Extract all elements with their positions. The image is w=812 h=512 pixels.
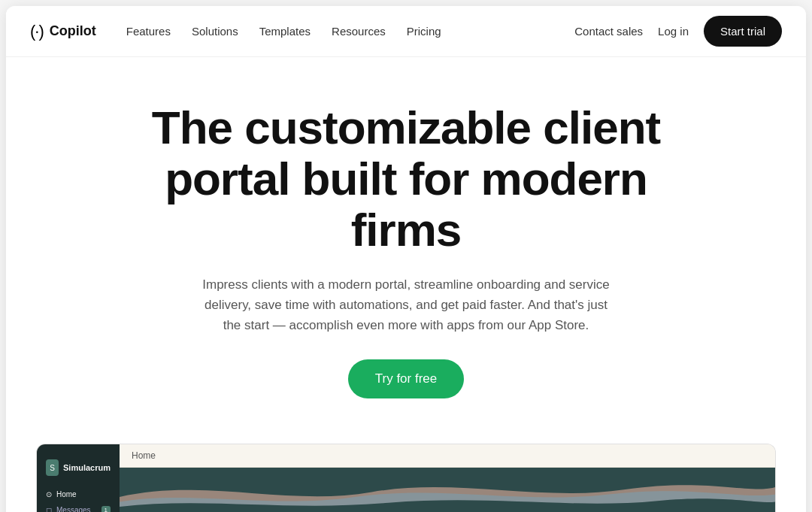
nav-pricing[interactable]: Pricing bbox=[407, 25, 441, 38]
sidebar-brand-text: Simulacrum bbox=[63, 463, 111, 472]
login-link[interactable]: Log in bbox=[658, 25, 689, 38]
sidebar-brand-icon: S bbox=[46, 459, 59, 476]
nav-resources[interactable]: Resources bbox=[332, 25, 386, 38]
sidebar-brand: S Simulacrum bbox=[37, 453, 120, 486]
hero-section: The customizable client portal built for… bbox=[6, 57, 806, 429]
hero-subtitle: Impress clients with a modern portal, st… bbox=[195, 274, 617, 336]
logo-icon: (·) bbox=[30, 22, 44, 41]
try-free-button[interactable]: Try for free bbox=[348, 359, 465, 398]
nav-features[interactable]: Features bbox=[126, 25, 171, 38]
logo[interactable]: (·) Copilot bbox=[30, 22, 96, 41]
logo-text: Copilot bbox=[50, 23, 96, 39]
sidebar-item-home[interactable]: ⊙ Home bbox=[37, 486, 120, 502]
demo-container: S Simulacrum ⊙ Home ◻ Messages 1 ◻ Fi bbox=[36, 444, 776, 512]
hero-title: The customizable client portal built for… bbox=[135, 102, 677, 256]
nav-links: Features Solutions Templates Resources P… bbox=[126, 25, 574, 38]
nav-right: Contact sales Log in Start trial bbox=[574, 16, 782, 47]
page-wrapper: (·) Copilot Features Solutions Templates… bbox=[6, 6, 806, 512]
home-icon: ⊙ bbox=[46, 490, 52, 498]
nav-solutions[interactable]: Solutions bbox=[192, 25, 238, 38]
demo-chart bbox=[120, 468, 775, 512]
messages-icon: ◻ bbox=[46, 506, 52, 512]
demo-topbar: Home bbox=[120, 444, 775, 468]
navbar: (·) Copilot Features Solutions Templates… bbox=[6, 6, 806, 57]
nav-templates[interactable]: Templates bbox=[259, 25, 311, 38]
start-trial-button[interactable]: Start trial bbox=[704, 16, 782, 47]
demo-sidebar: S Simulacrum ⊙ Home ◻ Messages 1 ◻ Fi bbox=[37, 444, 120, 512]
messages-badge: 1 bbox=[102, 506, 111, 512]
contact-sales-link[interactable]: Contact sales bbox=[574, 25, 643, 38]
demo-main: Home Welcome, Gustavo! You have 2 action… bbox=[120, 444, 775, 512]
sidebar-item-messages[interactable]: ◻ Messages 1 bbox=[37, 502, 120, 512]
